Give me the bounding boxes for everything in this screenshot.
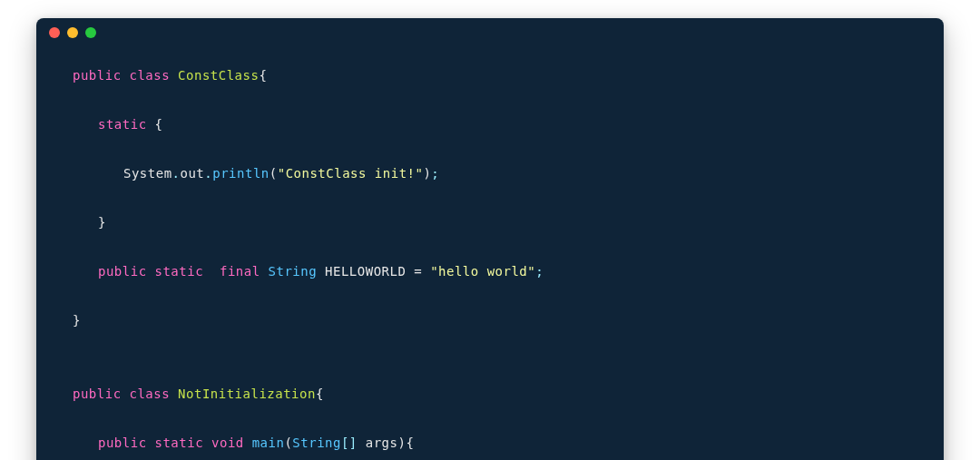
keyword: static (155, 436, 204, 450)
string: "hello world" (430, 264, 535, 279)
class-name: ConstClass (178, 68, 259, 83)
window-titlebar (36, 18, 944, 47)
keyword: void (211, 436, 244, 450)
minimize-icon[interactable] (67, 27, 78, 38)
code-block: public class ConstClass{ static { System… (73, 64, 907, 460)
keyword: public (98, 264, 147, 279)
code-line: public static void main(String[] args){ (73, 431, 907, 455)
code-window: public class ConstClass{ static { System… (36, 18, 944, 460)
string: "ConstClass init!" (278, 166, 424, 181)
type: String (269, 264, 318, 279)
identifier: System (123, 166, 172, 181)
code-line: } (73, 308, 907, 333)
brace: { (316, 387, 324, 401)
keyword: class (130, 387, 171, 401)
constant: HELLOWORLD (325, 264, 406, 279)
identifier: out (181, 166, 205, 181)
keyword: final (220, 264, 260, 279)
code-line: public class ConstClass{ (73, 64, 907, 88)
code-line: System.out.println("ConstClass init!"); (73, 161, 907, 186)
class-name: NotInitialization (178, 387, 316, 401)
keyword: public (73, 68, 122, 83)
close-icon[interactable] (49, 27, 60, 38)
brace: { (147, 117, 163, 132)
punct: ; (535, 264, 544, 279)
punct: . (204, 166, 212, 181)
keyword: static (98, 117, 147, 132)
punct: . (172, 166, 181, 181)
punct: [] (341, 436, 358, 450)
method: main (252, 436, 285, 450)
code-line: } (73, 210, 907, 235)
brace: } (98, 215, 106, 230)
operator: = (406, 264, 430, 279)
code-line: static { (73, 113, 907, 137)
keyword: static (155, 264, 204, 279)
maximize-icon[interactable] (85, 27, 96, 38)
keyword: public (98, 436, 147, 450)
brace: { (406, 436, 414, 450)
brace: } (73, 313, 81, 328)
keyword: class (130, 68, 171, 83)
brace: { (259, 68, 267, 83)
code-line: public class NotInitialization{ (73, 382, 907, 406)
identifier: args (358, 436, 398, 450)
keyword: public (73, 387, 122, 401)
punct: ( (270, 166, 278, 181)
punct: ; (431, 166, 439, 181)
code-line: public static final String HELLOWORLD = … (73, 259, 907, 284)
type: String (292, 436, 341, 450)
code-content: public class ConstClass{ static { System… (36, 47, 944, 460)
method: println (212, 166, 270, 181)
punct: ( (284, 436, 292, 450)
